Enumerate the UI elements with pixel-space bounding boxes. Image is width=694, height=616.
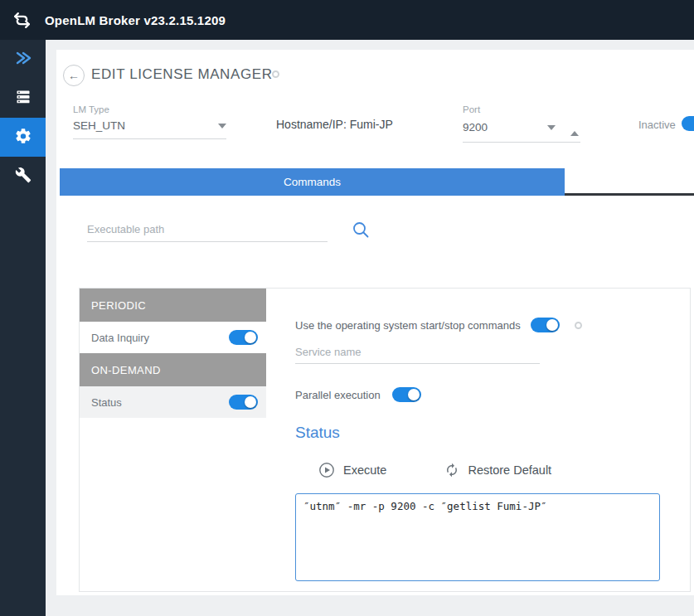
executable-path-input[interactable] (87, 217, 328, 242)
lm-type-dropdown-icon (218, 124, 226, 129)
server-icon (15, 89, 32, 109)
execute-button[interactable]: Execute (318, 462, 386, 478)
list-header-on-demand: ON-DEMAND (80, 353, 266, 386)
sidebar-item-broker[interactable] (0, 79, 46, 118)
inactive-label: Inactive (638, 119, 676, 131)
lm-type-value: SEH_UTN (73, 119, 125, 132)
os-commands-status-icon (575, 322, 582, 329)
back-arrow-icon: ← (68, 69, 80, 82)
status-toggle[interactable] (229, 395, 258, 410)
port-label: Port (463, 104, 580, 114)
service-name-input[interactable] (295, 341, 540, 364)
play-icon (318, 462, 335, 478)
list-item-label: Status (91, 396, 122, 409)
page-title: EDIT LICENSE MANAGER (91, 66, 273, 83)
parallel-toggle[interactable] (392, 387, 421, 402)
toggle-knob (408, 389, 420, 400)
list-item-label: Data Inquiry (91, 332, 149, 344)
port-select[interactable]: Port 9200 (463, 104, 580, 143)
list-item-data-inquiry[interactable]: Data Inquiry (80, 322, 266, 353)
tab-commands[interactable]: Commands (60, 168, 565, 196)
parallel-label: Parallel execution (295, 389, 381, 401)
lm-type-select[interactable]: LM Type SEH_UTN (73, 104, 226, 139)
command-actions: Execute Restore Default (295, 462, 690, 478)
search-icon (352, 229, 370, 241)
back-button[interactable]: ← (63, 65, 85, 86)
port-dropdown-icon (547, 125, 556, 130)
openlm-logo-icon (12, 10, 32, 31)
execute-label: Execute (343, 463, 386, 477)
sidebar-item-tools[interactable] (0, 157, 46, 196)
tab-strip-filler (565, 168, 694, 196)
tab-commands-label: Commands (284, 176, 341, 188)
os-commands-row: Use the operating system start/stop comm… (295, 318, 690, 332)
search-button[interactable] (352, 221, 370, 241)
sidebar (0, 40, 46, 616)
command-list: PERIODIC Data Inquiry ON-DEMAND Status (80, 289, 266, 591)
parallel-execution-row: Parallel execution (295, 387, 690, 402)
toggle-knob (245, 332, 256, 343)
caret-up-icon (570, 119, 579, 136)
app-window: OpenLM Broker v23.2.15.1209 (0, 0, 694, 616)
title-status-icon (272, 70, 279, 78)
list-header-periodic: PERIODIC (80, 289, 266, 322)
restore-default-button[interactable]: Restore Default (444, 463, 551, 478)
commands-panel: PERIODIC Data Inquiry ON-DEMAND Status U… (79, 288, 691, 592)
refresh-icon (444, 463, 459, 478)
list-item-status[interactable]: Status (80, 386, 266, 418)
data-inquiry-toggle[interactable] (229, 330, 258, 345)
gear-icon (14, 127, 32, 148)
command-textarea[interactable]: ″utnm″ -mr -p 9200 -c ″getlist Fumi-JP″ (295, 493, 660, 581)
inactive-toggle[interactable] (682, 116, 694, 131)
restore-label: Restore Default (468, 463, 551, 477)
port-increment-button[interactable] (569, 117, 580, 133)
command-detail-title: Status (295, 424, 690, 442)
sidebar-item-expand[interactable] (0, 40, 46, 79)
os-commands-label: Use the operating system start/stop comm… (295, 319, 521, 332)
port-value: 9200 (463, 121, 488, 133)
command-detail: Use the operating system start/stop comm… (266, 289, 690, 591)
toggle-knob (546, 319, 558, 331)
hostname-text: Hostname/IP: Fumi-JP (276, 118, 393, 131)
os-commands-toggle[interactable] (531, 318, 560, 332)
toggle-knob (245, 396, 256, 408)
wrench-icon (15, 167, 32, 187)
app-title: OpenLM Broker v23.2.15.1209 (45, 13, 226, 27)
topbar: OpenLM Broker v23.2.15.1209 (0, 0, 694, 40)
content-card: ← EDIT LICENSE MANAGER LM Type SEH_UTN H… (56, 50, 694, 595)
sidebar-item-settings[interactable] (0, 118, 46, 157)
chevrons-right-icon (15, 50, 32, 70)
lm-type-label: LM Type (73, 104, 226, 114)
tab-bar: Commands (60, 168, 694, 196)
